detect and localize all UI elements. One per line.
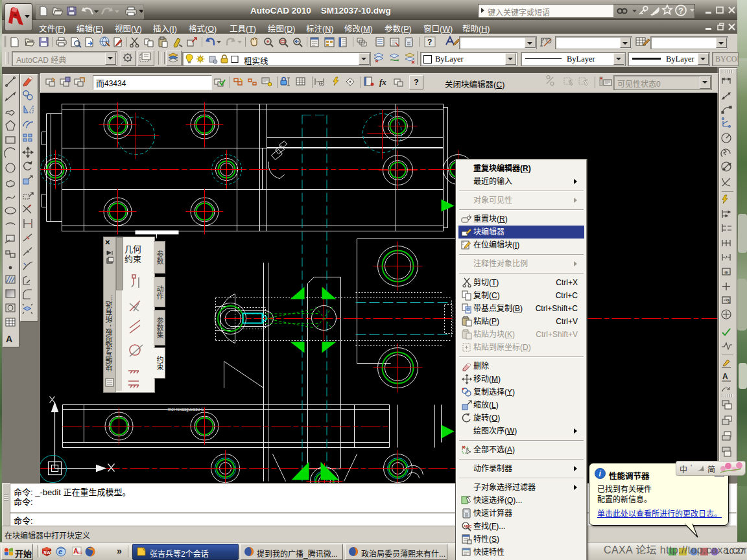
svg-text:fx: fx (379, 77, 386, 87)
svg-text:SW: SW (43, 550, 51, 555)
svg-text:⊕: ⊕ (724, 270, 729, 275)
svg-text:10: 10 (78, 551, 82, 555)
svg-text:e: e (58, 548, 62, 555)
svg-text:A: A (722, 372, 728, 381)
svg-text:A: A (6, 334, 12, 344)
svg-text:?: ? (678, 6, 683, 16)
svg-text:ABC: ABC (464, 524, 473, 528)
svg-text:1: 1 (728, 299, 730, 303)
svg-text:?: ? (427, 38, 432, 47)
svg-text:met roxasguvasu-E: met roxasguvasu-E (168, 407, 205, 412)
